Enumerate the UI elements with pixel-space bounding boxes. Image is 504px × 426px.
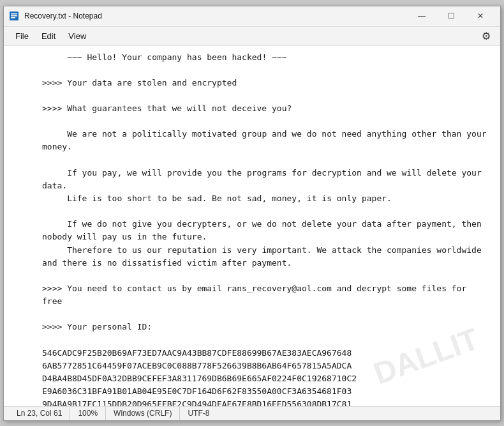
svg-rect-2: [11, 15, 17, 17]
svg-rect-1: [11, 13, 17, 15]
close-button[interactable]: ✕: [466, 6, 495, 26]
window-title: Recovery.txt - Notepad: [24, 11, 407, 20]
titlebar: Recovery.txt - Notepad — ☐ ✕: [4, 6, 500, 27]
file-menu[interactable]: File: [9, 29, 35, 43]
view-menu[interactable]: View: [62, 29, 93, 43]
minimize-button[interactable]: —: [407, 6, 436, 26]
svg-rect-3: [11, 17, 15, 19]
app-icon: [9, 11, 19, 21]
encoding: UTF-8: [180, 407, 217, 420]
window-controls: — ☐ ✕: [407, 6, 495, 26]
notepad-window: Recovery.txt - Notepad — ☐ ✕ File Edit V…: [3, 6, 501, 421]
statusbar: Ln 23, Col 61 100% Windows (CRLF) UTF-8: [4, 406, 500, 420]
document-text: ~~~ Hello! Your company has been hacked!…: [42, 51, 490, 406]
text-content-area[interactable]: DALLIT ~~~ Hello! Your company has been …: [4, 46, 500, 406]
settings-icon[interactable]: ⚙: [477, 27, 495, 45]
cursor-position: Ln 23, Col 61: [9, 407, 70, 420]
menubar: File Edit View ⚙: [4, 27, 500, 46]
zoom-level: 100%: [70, 407, 106, 420]
edit-menu[interactable]: Edit: [35, 29, 62, 43]
line-ending: Windows (CRLF): [106, 407, 180, 420]
maximize-button[interactable]: ☐: [436, 6, 466, 26]
